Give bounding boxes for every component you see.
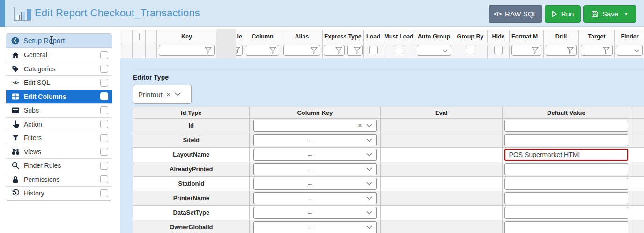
sidebar-item-filters[interactable]: Filters bbox=[6, 131, 112, 145]
permissions-checkbox[interactable] bbox=[100, 175, 108, 183]
sidebar-header-label: Setup Report bbox=[23, 37, 65, 45]
sidebar-header[interactable]: Setup Report bbox=[6, 34, 112, 48]
sidebar-item-label: Filters bbox=[24, 134, 96, 142]
raw-sql-button[interactable]: </> RAW SQL bbox=[489, 5, 542, 23]
drill-filter-input[interactable] bbox=[546, 45, 577, 56]
col-header-expression[interactable]: Expressio bbox=[323, 30, 346, 43]
col-header-type[interactable]: Type bbox=[346, 30, 364, 43]
views-checkbox[interactable] bbox=[100, 148, 108, 156]
sidebar-item-action[interactable]: Action bbox=[6, 117, 112, 131]
grid-col-must-load: Must Load bbox=[383, 30, 415, 60]
filters-checkbox[interactable] bbox=[100, 134, 108, 142]
expression-filter-input[interactable] bbox=[324, 45, 345, 56]
default-value-input[interactable] bbox=[504, 178, 629, 190]
subs-checkbox[interactable] bbox=[100, 106, 108, 114]
sidebar-item-edit-sql[interactable]: </> Edit SQL bbox=[6, 75, 112, 90]
sidebar-item-history[interactable]: History bbox=[6, 186, 112, 200]
remove-tag-icon[interactable]: × bbox=[166, 90, 171, 98]
chevron-down-icon[interactable] bbox=[366, 124, 372, 128]
save-dropdown-caret-icon[interactable]: ▼ bbox=[624, 12, 628, 16]
sidebar-item-edit-columns[interactable]: Edit Columns bbox=[6, 90, 112, 104]
sidebar-item-subs[interactable]: Subs bbox=[6, 103, 112, 117]
chevron-down-icon[interactable] bbox=[366, 225, 372, 229]
save-button[interactable]: Save ▼ bbox=[583, 5, 636, 23]
col-header-hide[interactable]: Hide bbox=[488, 30, 510, 43]
col-header-drill[interactable]: Drill bbox=[544, 30, 579, 43]
col-header-finder[interactable]: Finder bbox=[615, 30, 644, 43]
extra-cell bbox=[630, 191, 644, 206]
eval-cell bbox=[381, 119, 503, 133]
general-checkbox[interactable] bbox=[100, 51, 108, 59]
column-key-combobox[interactable]: -- bbox=[253, 163, 377, 175]
edit-columns-checkbox[interactable] bbox=[100, 92, 108, 100]
column-key-combobox[interactable]: -- bbox=[253, 149, 377, 161]
col-header-auto-group[interactable]: Auto Group bbox=[415, 30, 453, 43]
chevron-down-icon[interactable] bbox=[175, 92, 181, 96]
default-value-input[interactable] bbox=[504, 207, 629, 219]
grid-col-load: Load bbox=[364, 30, 383, 60]
action-checkbox[interactable] bbox=[100, 120, 108, 128]
chevron-down-icon[interactable] bbox=[366, 196, 372, 200]
sidebar-item-categories[interactable]: Categories bbox=[6, 62, 112, 76]
eval-cell bbox=[381, 133, 503, 148]
alias-filter-input[interactable] bbox=[283, 45, 320, 56]
auto-group-filter-select[interactable] bbox=[417, 45, 451, 56]
default-value-input[interactable] bbox=[504, 134, 629, 146]
hide-filter-checkbox[interactable] bbox=[494, 46, 503, 54]
default-value-input[interactable] bbox=[504, 163, 629, 175]
default-value-input[interactable] bbox=[504, 192, 629, 204]
col-header-key[interactable]: Key bbox=[157, 30, 217, 43]
col-header-format-mask[interactable]: Format M bbox=[510, 30, 544, 43]
col-header-load[interactable]: Load bbox=[364, 30, 383, 43]
default-value-input[interactable] bbox=[504, 221, 629, 233]
chevron-down-icon[interactable] bbox=[366, 182, 372, 186]
column-key-combobox[interactable]: -- bbox=[253, 134, 377, 146]
chevron-down-icon[interactable] bbox=[366, 211, 372, 215]
chevron-down-icon[interactable] bbox=[366, 153, 372, 157]
history-checkbox[interactable] bbox=[100, 189, 108, 197]
default-value-input-highlighted[interactable] bbox=[504, 149, 629, 161]
column-key-combobox[interactable]: -- bbox=[253, 178, 377, 190]
column-key-combobox[interactable]: -- bbox=[253, 221, 377, 233]
format-mask-filter-input[interactable] bbox=[511, 45, 541, 56]
sidebar-item-label: Permissions bbox=[24, 176, 96, 183]
clear-icon[interactable]: × bbox=[358, 122, 362, 129]
sidebar-item-permissions[interactable]: Permissions bbox=[6, 173, 112, 187]
code-icon: </> bbox=[494, 10, 501, 17]
finder-filter-select[interactable] bbox=[617, 45, 643, 56]
editor-type-select[interactable]: Printout × bbox=[133, 85, 192, 104]
finder-rules-checkbox[interactable] bbox=[100, 162, 108, 170]
table-row-ownerglobalid: OwnerGlobalId -- bbox=[133, 220, 644, 233]
chevron-down-icon[interactable] bbox=[366, 138, 372, 142]
back-circle-icon[interactable] bbox=[11, 37, 19, 45]
col-header-target[interactable]: Target bbox=[579, 30, 615, 43]
run-button[interactable]: Run bbox=[545, 5, 581, 23]
default-value-input[interactable] bbox=[504, 120, 629, 132]
categories-checkbox[interactable] bbox=[100, 65, 108, 73]
edit-sql-checkbox[interactable] bbox=[100, 79, 108, 87]
sidebar-item-views[interactable]: Views bbox=[6, 145, 112, 159]
group-by-filter-checkbox[interactable] bbox=[466, 46, 474, 54]
col-header-alias[interactable]: Alias bbox=[281, 30, 323, 43]
col-header-must-load[interactable]: Must Load bbox=[383, 30, 415, 43]
sidebar-item-finder-rules[interactable]: Finder Rules bbox=[6, 158, 112, 173]
column-key-combobox[interactable]: × bbox=[253, 120, 377, 132]
chevron-down-icon[interactable] bbox=[366, 167, 372, 171]
grid-col-expression: Expressio bbox=[323, 30, 346, 60]
type-filter-input[interactable] bbox=[347, 45, 363, 56]
col-header-group-by[interactable]: Group By bbox=[453, 30, 488, 43]
target-filter-input[interactable] bbox=[581, 45, 613, 56]
column-key-combobox[interactable]: -- bbox=[253, 207, 377, 219]
key-filter-input[interactable] bbox=[159, 45, 215, 56]
table-row-siteid: SiteId -- bbox=[133, 133, 644, 148]
select-all-checkbox[interactable] bbox=[139, 33, 140, 40]
load-filter-checkbox[interactable] bbox=[369, 46, 378, 54]
sidebar-item-general[interactable]: General bbox=[6, 48, 112, 62]
grid-col-drill: Drill bbox=[544, 30, 579, 60]
column-filter-input[interactable] bbox=[246, 45, 279, 56]
must-load-filter-checkbox[interactable] bbox=[395, 46, 403, 54]
col-header-column[interactable]: Column bbox=[244, 30, 281, 43]
extra-cell bbox=[630, 148, 644, 162]
column-key-combobox[interactable]: -- bbox=[253, 192, 377, 204]
row-label: DataSetType bbox=[133, 206, 249, 220]
